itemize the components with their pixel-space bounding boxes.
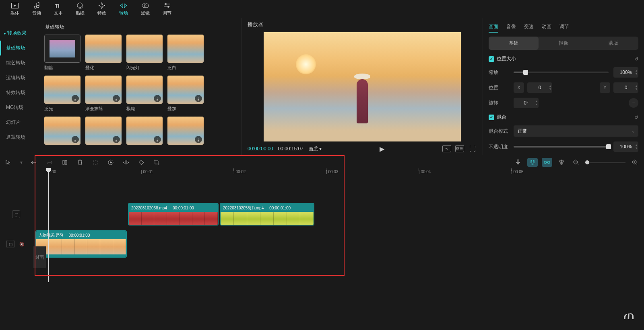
blend-checkbox[interactable]: ✓ <box>489 115 494 120</box>
fullscreen-icon[interactable] <box>468 145 477 152</box>
clip[interactable]: 202203102058(1).mp400:00:01:00 <box>220 203 314 225</box>
download-icon[interactable]: ⭳ <box>72 95 79 102</box>
transition-item[interactable]: ⭳渐变擦除 <box>85 76 122 112</box>
transition-item[interactable]: 泛白 <box>167 35 204 71</box>
tab-sticker[interactable]: 贴纸 <box>69 0 91 18</box>
transition-item[interactable]: ⭳ <box>126 117 163 145</box>
prop-tab-adjust[interactable]: 调节 <box>559 22 569 33</box>
preview-image <box>264 32 461 141</box>
cover-tab[interactable]: 封面 <box>33 246 46 268</box>
tab-filter[interactable]: 滤镜 <box>134 0 156 18</box>
scope-icon[interactable]: ∿ <box>442 145 451 152</box>
quality-select[interactable]: 画质 ▾ <box>308 146 322 152</box>
sidecat-camera[interactable]: 运镜转场 <box>0 70 40 85</box>
transition-item[interactable]: ⭳泛光 <box>44 76 80 112</box>
download-icon[interactable]: ⭳ <box>154 136 161 143</box>
download-icon[interactable]: ⭳ <box>154 95 161 102</box>
blendmode-label: 混合模式 <box>489 128 509 135</box>
track-toggle-icon[interactable]: ▢ <box>6 240 14 248</box>
prop-tab-anim[interactable]: 动画 <box>542 22 551 33</box>
magnet-button[interactable] <box>527 158 538 167</box>
track-toggle-icon[interactable]: ▢ <box>12 210 20 218</box>
clip-name: 202203102058(1).mp4 <box>223 206 264 210</box>
prop-tab-picture[interactable]: 画面 <box>489 22 498 33</box>
ruler-tick: | 00:01 <box>141 170 153 174</box>
transition-item[interactable]: 翻篇 <box>44 35 80 71</box>
tab-adjust[interactable]: 调节 <box>156 0 178 18</box>
tab-transition[interactable]: 转场 <box>113 0 134 18</box>
link-button[interactable] <box>542 158 552 167</box>
fit-button[interactable]: 适应 <box>455 145 464 152</box>
mirror-button[interactable] <box>122 158 130 167</box>
tab-media[interactable]: 媒体 <box>4 0 26 18</box>
download-icon[interactable]: ⭳ <box>113 95 120 102</box>
sidecat-header-label: 转场效果 <box>7 30 27 36</box>
rotate-input[interactable]: 0°▴▾ <box>514 98 539 108</box>
split-button[interactable] <box>60 158 69 167</box>
tab-text-label: 文本 <box>54 10 63 16</box>
transition-item[interactable]: ⭳模糊 <box>126 76 163 112</box>
transition-item[interactable]: ⭳ <box>85 117 122 145</box>
y-input[interactable]: 0▴▾ <box>613 82 638 93</box>
clip-duration: 00:00:01:00 <box>69 233 90 238</box>
prop-tab-audio[interactable]: 音像 <box>506 22 516 33</box>
possize-checkbox[interactable]: ✓ <box>489 56 494 62</box>
blendmode-select[interactable]: 正常⌄ <box>514 125 638 137</box>
scale-input[interactable]: 100%▴▾ <box>613 67 638 78</box>
delete-button[interactable] <box>76 158 85 167</box>
cursor-dropdown[interactable]: ▾ <box>19 158 23 167</box>
player-controls: 00:00:00:00 00:00:15:07 画质 ▾ ▶ ∿ 适应 <box>242 142 483 155</box>
tab-effects[interactable]: 特效 <box>91 0 113 18</box>
download-icon[interactable]: ⭳ <box>195 95 202 102</box>
tab-audio[interactable]: 音频 <box>26 0 47 18</box>
clip[interactable]: 202203102058.mp400:00:01:00 <box>128 203 219 225</box>
zoom-out-button[interactable] <box>571 158 581 167</box>
subtab-mask[interactable]: 蒙版 <box>588 37 638 50</box>
timeline-ruler[interactable]: 0:00 | 00:01 | 00:02 | 00:03 | 00:04 | 0… <box>48 170 644 178</box>
playhead[interactable] <box>48 170 49 282</box>
tab-text[interactable]: TI 文本 <box>47 0 69 18</box>
download-icon[interactable]: ⭳ <box>72 136 79 143</box>
rotate-dir-icon[interactable]: − <box>629 98 638 108</box>
subtab-cutout[interactable]: 抠像 <box>539 37 588 50</box>
transition-item[interactable]: ⭳ <box>167 117 204 145</box>
reset-icon[interactable]: ↺ <box>634 115 638 120</box>
scale-slider[interactable] <box>514 72 609 73</box>
cursor-tool[interactable] <box>4 158 13 167</box>
sidecat-mg[interactable]: MG转场 <box>0 100 40 115</box>
transition-item[interactable]: ⭳叠加 <box>167 76 204 112</box>
clip[interactable]: 人物唯美 (58)00:00:01:00 <box>35 230 127 258</box>
crop-button[interactable] <box>152 158 161 167</box>
freeze-button[interactable] <box>106 158 115 167</box>
zoom-slider[interactable] <box>585 162 625 163</box>
transition-item[interactable]: ⭳ <box>44 117 80 145</box>
mic-button[interactable] <box>513 158 523 167</box>
sidecat-basic[interactable]: 基础转场 <box>0 41 40 55</box>
download-icon[interactable]: ⭳ <box>195 136 202 143</box>
rotate-button[interactable] <box>137 158 146 167</box>
zoom-in-button[interactable] <box>630 158 640 167</box>
download-icon[interactable]: ⭳ <box>113 136 120 143</box>
play-button[interactable]: ▶ <box>380 145 384 153</box>
opacity-input[interactable]: 100%▴▾ <box>613 141 638 152</box>
x-input[interactable]: 0▴▾ <box>527 82 552 93</box>
undo-button[interactable] <box>30 158 39 167</box>
crop-off-button[interactable] <box>91 158 100 167</box>
mute-icon[interactable]: 🔇 <box>18 240 26 248</box>
sidecat-fx[interactable]: 特效转场 <box>0 85 40 100</box>
sidecat-header[interactable]: ▸ 转场效果 <box>0 26 40 41</box>
reset-icon[interactable]: ↺ <box>634 56 638 62</box>
position-label: 位置 <box>489 84 509 91</box>
align-button[interactable] <box>556 158 567 167</box>
sidecat-variety[interactable]: 综艺转场 <box>0 55 40 70</box>
redo-button[interactable] <box>45 158 54 167</box>
sidecat-mask[interactable]: 遮罩转场 <box>0 130 40 145</box>
prop-tab-speed[interactable]: 变速 <box>524 22 534 33</box>
transition-item[interactable]: 闪光灯 <box>126 35 163 71</box>
transition-item[interactable]: 叠化 <box>85 35 122 71</box>
svg-text:TI: TI <box>55 3 60 8</box>
subtab-basic[interactable]: 基础 <box>489 37 539 50</box>
sidecat-slide[interactable]: 幻灯片 <box>0 115 40 130</box>
preview-area[interactable] <box>242 31 483 142</box>
opacity-slider[interactable] <box>514 146 609 148</box>
